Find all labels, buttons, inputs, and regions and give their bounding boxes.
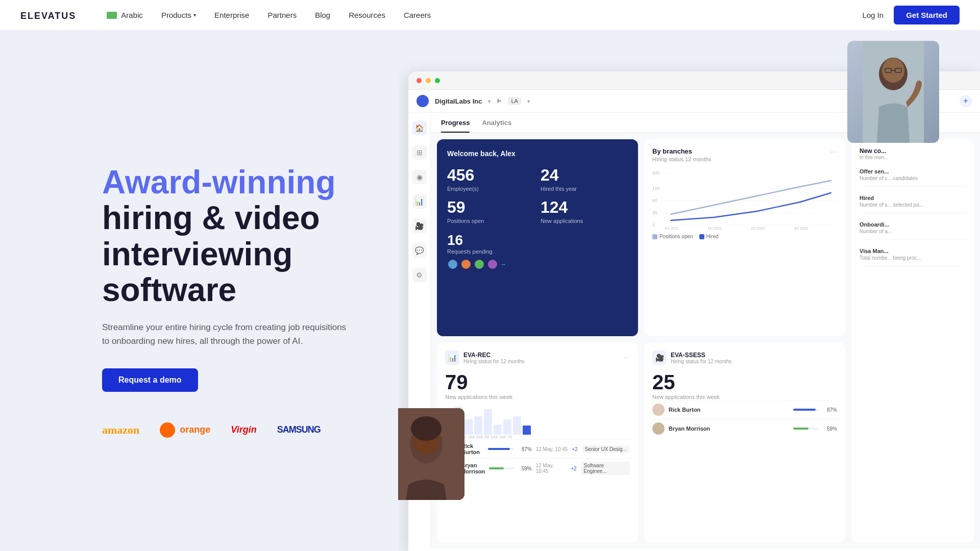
sidebar-chart-icon[interactable]: 📊 <box>412 194 427 209</box>
eva-ssess-number: 25 <box>652 371 837 394</box>
stat-employees-value: 456 <box>447 166 534 185</box>
bar-6 <box>494 424 502 435</box>
lang-chevron-icon: ▾ <box>527 98 530 104</box>
request-demo-button[interactable]: Request a demo <box>102 368 198 392</box>
ssess-progress-bar-2 <box>793 428 808 430</box>
hero-right: DigitalLabs Inc ▾ 🏳 LA ▾ + 🏠 ⊞ ◉ 📊 🎥 <box>398 31 980 551</box>
cand-name-2: Bryan Morrison <box>461 462 485 474</box>
dashboard-body: 🏠 ⊞ ◉ 📊 🎥 💬 ⚙ Progress Analytics <box>408 113 980 548</box>
new-col-card: New co... in this mon... Offer sen... Nu… <box>851 139 974 542</box>
hero-title-main: hiring & video interviewing software <box>102 200 357 308</box>
nav-blog[interactable]: Blog <box>315 11 330 19</box>
partner-logos: amazon orange Virgin SAMSUNG <box>102 422 357 438</box>
pending-value: 16 <box>447 232 628 248</box>
tab-analytics[interactable]: Analytics <box>482 119 511 133</box>
ssess-cand-progress-1 <box>793 409 819 411</box>
dashboard-main: Progress Analytics Welcome back, Alex 45… <box>431 113 980 548</box>
window-dot-yellow <box>426 78 431 83</box>
stat-positions: 59 Positions open <box>447 198 534 224</box>
chart-legend: Positions open Hired <box>652 234 837 239</box>
svg-text:4Q 2021: 4Q 2021 <box>665 226 679 230</box>
new-col-hired-desc: Number of s... selected pa... <box>860 202 966 208</box>
ssess-cand-percent-2: 59% <box>823 426 837 432</box>
eva-rec-label: New applications this week <box>445 394 531 400</box>
candidate-row-1: Rick Burton 87% 12 May, 10:45 +2 Senior … <box>445 439 630 458</box>
sidebar-grid-icon[interactable]: ⊞ <box>412 145 427 160</box>
cand-percent-1: 87% <box>518 446 532 452</box>
cand-progress-bar-1 <box>488 448 510 450</box>
mini-avatar-2 <box>460 259 472 270</box>
nav-products[interactable]: Products ▾ <box>161 11 196 19</box>
stat-hired: 24 Hired this year <box>541 166 628 192</box>
nav-partners[interactable]: Partners <box>267 11 297 19</box>
dashboard-content: Welcome back, Alex 456 Employee(s) 24 Hi… <box>431 133 980 548</box>
stat-employees: 456 Employee(s) <box>447 166 534 192</box>
arrow-icon[interactable]: → <box>500 261 506 268</box>
new-col-sub: in this mon... <box>860 155 966 160</box>
flag-icon <box>107 12 117 19</box>
add-button[interactable]: + <box>960 95 972 107</box>
pending-section: 16 Requests pending → <box>447 232 628 270</box>
svg-text:0: 0 <box>652 222 655 228</box>
new-col-onboard-desc: Number of a... <box>860 229 966 234</box>
stat-hired-label: Hired this year <box>541 186 628 192</box>
hero-section: Award-winning hiring & video interviewin… <box>0 31 980 551</box>
hero-title-award: Award-winning <box>102 164 357 200</box>
stat-hired-value: 24 <box>541 166 628 185</box>
legend-dot-hired <box>699 234 704 239</box>
eva-rec-card: 📊 EVA-REC Hiring status for 12 months ··… <box>437 342 638 542</box>
mini-avatar-4 <box>487 259 498 270</box>
cand-badge-2: Software Enginee... <box>581 462 630 475</box>
sidebar-home-icon[interactable]: 🏠 <box>412 121 427 135</box>
svg-text:340: 340 <box>652 170 659 176</box>
legend-hired: Hired <box>699 234 719 239</box>
partner-virgin: Virgin <box>231 424 256 435</box>
dashboard-mockup: DigitalLabs Inc ▾ 🏳 LA ▾ + 🏠 ⊞ ◉ 📊 🎥 <box>408 71 980 551</box>
nav-enterprise[interactable]: Enterprise <box>214 11 249 19</box>
sidebar-message-icon[interactable]: 💬 <box>412 243 427 258</box>
person-photo-bottom <box>398 408 464 500</box>
branches-card: By branches Hiring status 12 months ··· … <box>644 139 845 336</box>
stat-applications-value: 124 <box>541 198 628 217</box>
new-col-onboard: Onboardi... Number of a... <box>860 221 966 240</box>
eva-rec-header: 📊 EVA-REC Hiring status for 12 months ··… <box>445 350 630 365</box>
stat-employees-label: Employee(s) <box>447 186 534 192</box>
login-button[interactable]: Log In <box>862 11 884 19</box>
nav-resources[interactable]: Resources <box>349 11 385 19</box>
ssess-candidate-row-1: Rick Burton 87% <box>652 400 837 419</box>
nav-arabic[interactable]: Arabic <box>107 11 143 19</box>
svg-text:120: 120 <box>652 186 659 191</box>
pending-label: Requests pending <box>447 248 628 255</box>
chevron-icon: ▾ <box>488 98 491 104</box>
sidebar-settings-icon[interactable]: ⚙ <box>412 268 427 282</box>
stats-grid: 456 Employee(s) 24 Hired this year 59 Po… <box>447 166 628 224</box>
svg-text:60: 60 <box>652 198 657 203</box>
person-photo-top <box>847 41 939 143</box>
sidebar-video-icon[interactable]: 🎥 <box>412 219 427 233</box>
chevron-down-icon: ▾ <box>193 12 196 18</box>
sidebar-eye-icon[interactable]: ◉ <box>412 170 427 184</box>
ssess-cand-name-2: Bryan Morrison <box>669 425 789 432</box>
navbar: ELEVATUS Arabic Products ▾ Enterprise Pa… <box>0 0 980 31</box>
company-name: DigitalLabs Inc <box>435 97 482 105</box>
svg-text:3Q 2022: 3Q 2022 <box>794 226 808 230</box>
nav-actions: Log In Get Started <box>862 6 960 24</box>
partner-orange: orange <box>160 422 210 438</box>
tab-progress[interactable]: Progress <box>441 119 470 133</box>
cand-progress-bar-2 <box>489 467 504 469</box>
svg-text:30: 30 <box>652 210 657 215</box>
get-started-button[interactable]: Get Started <box>894 6 960 24</box>
new-col-title: New co... <box>860 147 966 155</box>
eva-rec-menu[interactable]: ··· <box>623 353 630 362</box>
eva-ssess-card: 🎥 EVA-SSESS Hiring status for 12 months … <box>644 342 845 542</box>
bar-5 <box>484 409 492 435</box>
cand-progress-1 <box>488 448 513 450</box>
cand-plus-icon-2: +2 <box>571 466 576 471</box>
hero-subtitle: Streamline your entire hiring cycle from… <box>102 320 347 348</box>
cand-date-1: 12 May, 10:45 <box>536 446 568 452</box>
eva-ssess-header: 🎥 EVA-SSESS Hiring status for 12 months <box>652 350 837 365</box>
cand-date-2: 12 May, 10:45 <box>536 463 567 474</box>
ssess-candidate-row-2: Bryan Morrison 59% <box>652 419 837 438</box>
nav-careers[interactable]: Careers <box>404 11 431 19</box>
branches-menu-icon[interactable]: ··· <box>830 147 837 157</box>
